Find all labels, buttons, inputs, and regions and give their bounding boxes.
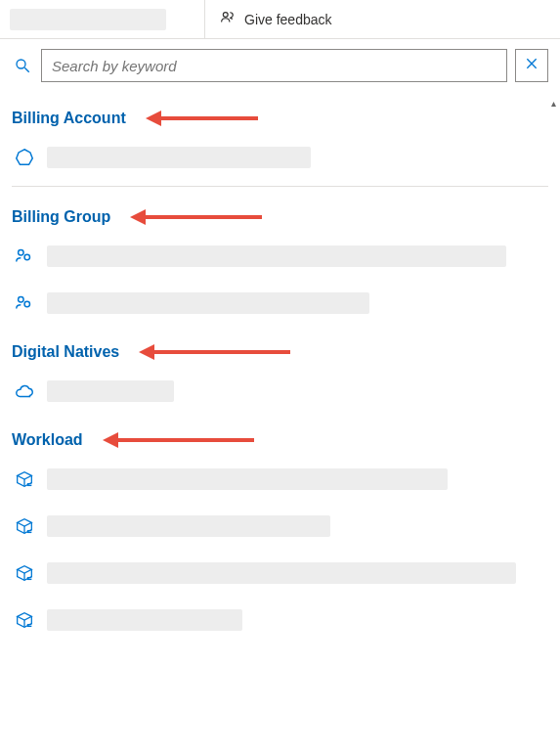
redacted-text (47, 468, 448, 490)
redacted-text (47, 380, 174, 402)
section-header-billing-group: Billing Group (12, 208, 548, 226)
search-row (0, 39, 560, 90)
redacted-text (47, 292, 369, 314)
top-left-redacted (0, 0, 205, 38)
section-title: Digital Natives (12, 343, 119, 361)
search-results: Billing Account Billing Group (0, 110, 560, 639)
billing-group-icon (14, 245, 35, 267)
annotation-arrow (103, 432, 254, 448)
section-title: Billing Group (12, 208, 110, 226)
annotation-arrow (139, 344, 290, 360)
redacted-block (10, 9, 166, 30)
redacted-text (47, 245, 506, 267)
section-title: Workload (12, 431, 83, 449)
svg-point-0 (223, 13, 228, 18)
billing-account-icon (14, 147, 35, 168)
result-item[interactable] (12, 555, 548, 592)
cloud-icon (14, 380, 35, 402)
feedback-icon (219, 9, 237, 29)
top-bar: Give feedback (0, 0, 560, 39)
svg-point-9 (24, 301, 30, 307)
result-item[interactable] (12, 238, 548, 275)
close-icon (524, 56, 539, 75)
annotation-arrow (146, 111, 258, 126)
section-header-billing-account: Billing Account (12, 110, 548, 127)
workload-icon (14, 609, 35, 631)
workload-icon (14, 562, 35, 584)
result-item[interactable] (12, 461, 548, 498)
redacted-text (47, 515, 330, 537)
clear-search-button[interactable] (515, 49, 548, 82)
search-icon (12, 57, 33, 74)
result-item[interactable] (12, 508, 548, 545)
svg-marker-5 (17, 150, 33, 165)
result-item[interactable] (12, 139, 548, 176)
give-feedback-button[interactable]: Give feedback (205, 0, 346, 38)
section-header-digital-natives: Digital Natives (12, 343, 548, 361)
result-item[interactable] (12, 601, 548, 639)
svg-point-1 (17, 60, 25, 68)
section-title: Billing Account (12, 110, 126, 127)
workload-icon (14, 468, 35, 490)
section-header-workload: Workload (12, 431, 548, 449)
svg-point-7 (24, 254, 30, 260)
svg-line-2 (24, 67, 29, 72)
search-input[interactable] (41, 49, 507, 82)
svg-point-8 (19, 297, 23, 303)
redacted-text (47, 562, 516, 584)
result-item[interactable] (12, 373, 548, 410)
result-item[interactable] (12, 285, 548, 322)
scroll-up-caret-icon: ▴ (551, 98, 556, 109)
redacted-text (47, 147, 311, 168)
annotation-arrow (130, 209, 262, 225)
svg-point-6 (19, 250, 23, 256)
workload-icon (14, 515, 35, 537)
feedback-label: Give feedback (244, 12, 332, 27)
billing-group-icon (14, 292, 35, 314)
redacted-text (47, 609, 242, 631)
